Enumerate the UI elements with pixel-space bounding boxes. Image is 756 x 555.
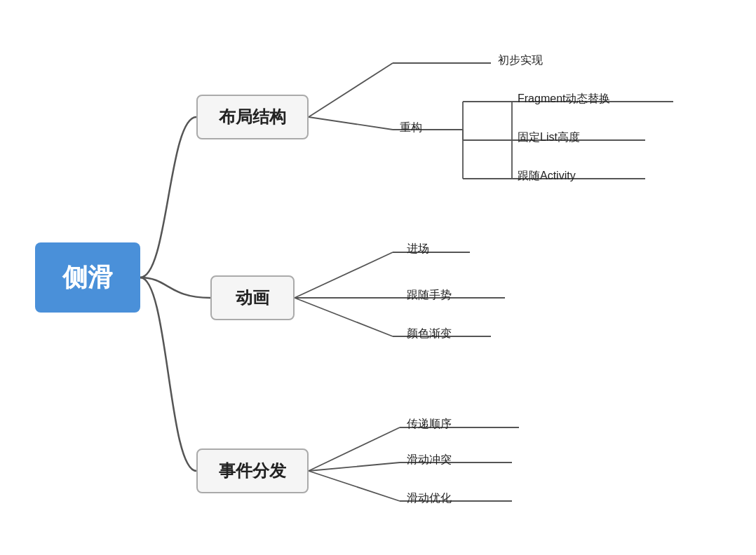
root-label: 侧滑 [62, 261, 113, 295]
leaf-order: 传递顺序 [407, 417, 452, 432]
branch-layout-label: 布局结构 [219, 106, 286, 128]
leaf-conflict: 滑动冲突 [407, 453, 452, 467]
leaf-fixed-list: 固定List高度 [518, 130, 580, 145]
leaf-init: 初步实现 [498, 53, 543, 68]
branch-animation-node: 动画 [210, 275, 295, 320]
leaf-optimize: 滑动优化 [407, 491, 452, 506]
leaf-gesture: 跟随手势 [407, 288, 452, 303]
root-node: 侧滑 [35, 242, 140, 313]
leaf-fragment: Fragment动态替换 [518, 92, 610, 107]
branch-event-node: 事件分发 [196, 448, 309, 493]
branch-event-label: 事件分发 [219, 460, 286, 482]
leaf-follow-activity: 跟随Activity [518, 169, 576, 184]
svg-line-24 [309, 471, 400, 501]
leaf-enter: 进场 [407, 242, 429, 256]
svg-line-2 [309, 117, 393, 130]
svg-line-14 [295, 252, 393, 298]
svg-line-0 [309, 63, 393, 117]
leaf-refactor: 重构 [400, 121, 422, 135]
leaf-color-fade: 颜色渐变 [407, 327, 452, 341]
branch-animation-label: 动画 [236, 287, 269, 309]
branch-layout-node: 布局结构 [196, 95, 309, 139]
svg-line-18 [295, 298, 393, 336]
